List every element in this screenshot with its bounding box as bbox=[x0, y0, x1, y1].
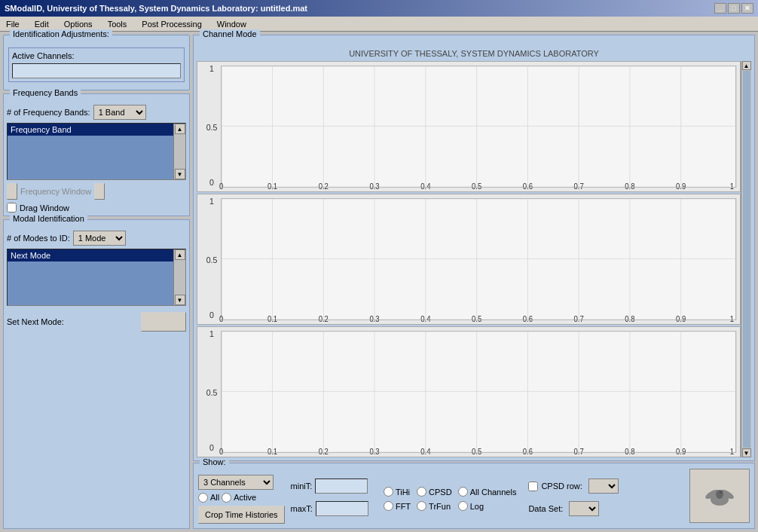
modal-id-title: Modal Identification bbox=[10, 214, 87, 223]
menu-options[interactable]: Options bbox=[61, 19, 96, 29]
menu-file[interactable]: File bbox=[3, 19, 23, 29]
charts-vscrollbar[interactable]: ▲ ▼ bbox=[741, 61, 751, 457]
svg-text:0: 0 bbox=[219, 447, 224, 455]
fft-label: FFT bbox=[396, 502, 411, 511]
scroll-up-btn2[interactable]: ▲ bbox=[175, 249, 185, 260]
scroll-up-btn[interactable]: ▲ bbox=[175, 124, 185, 134]
close-button[interactable]: ✕ bbox=[741, 3, 753, 14]
freq-band-list[interactable]: Frequency Band ▲ ▼ bbox=[7, 123, 186, 180]
svg-text:0.4: 0.4 bbox=[420, 447, 431, 455]
menu-tools[interactable]: Tools bbox=[105, 19, 130, 29]
menu-bar: File Edit Options Tools Post Processing … bbox=[0, 17, 758, 32]
modal-identification-box: Modal Identification # of Modes to ID: 1… bbox=[3, 219, 190, 529]
channel-mode-box: Channel Mode UNIVERSITY OF THESSALY, SYS… bbox=[193, 35, 755, 461]
freq-window-right-btn[interactable] bbox=[94, 183, 105, 200]
logo-area bbox=[689, 469, 750, 523]
drag-window-checkbox[interactable] bbox=[7, 203, 17, 212]
next-mode-scrollbar[interactable]: ▲ ▼ bbox=[173, 249, 185, 305]
svg-text:0.4: 0.4 bbox=[420, 182, 431, 190]
svg-text:0.5: 0.5 bbox=[472, 182, 482, 190]
svg-rect-4 bbox=[222, 66, 736, 188]
drag-window-row: Drag Window bbox=[7, 203, 186, 212]
chart-3: 1 0.5 0 0 0.1 0.2 0.3 0.4 0.5 0.6 0.7 bbox=[197, 326, 741, 457]
display-options-col3: All Channels Log bbox=[458, 487, 517, 511]
menu-postprocessing[interactable]: Post Processing bbox=[139, 19, 204, 29]
vscroll-down[interactable]: ▼ bbox=[742, 448, 751, 457]
svg-text:0: 0 bbox=[209, 443, 214, 452]
fft-radio[interactable] bbox=[384, 501, 393, 511]
tihi-radio[interactable] bbox=[384, 487, 393, 497]
tihi-label: TiHi bbox=[396, 488, 410, 497]
freq-band-item[interactable]: Frequency Band bbox=[8, 124, 185, 136]
svg-text:1: 1 bbox=[730, 447, 734, 455]
all-radio[interactable] bbox=[198, 493, 208, 503]
fft-row: FFT bbox=[384, 501, 411, 511]
minT-row: miniT: bbox=[291, 478, 368, 494]
svg-text:0: 0 bbox=[209, 310, 214, 320]
all-channels-radio[interactable] bbox=[458, 487, 468, 497]
window-title: SModalID, University of Thessaly, System… bbox=[5, 4, 307, 13]
frequency-bands-box: Frequency Bands # of Frequency Bands: 1 … bbox=[3, 93, 190, 216]
ident-adjustments-title: Identification Adjustments: bbox=[10, 29, 112, 38]
tihi-row: TiHi bbox=[384, 487, 411, 497]
next-mode-item[interactable]: Next Mode bbox=[8, 249, 185, 261]
cpsd-row-select[interactable] bbox=[588, 478, 619, 494]
vscroll-track bbox=[743, 71, 750, 448]
channels-select[interactable]: 3 Channels bbox=[198, 475, 274, 490]
log-label: Log bbox=[470, 502, 484, 511]
freq-band-scrollbar[interactable]: ▲ ▼ bbox=[173, 124, 185, 179]
menu-edit[interactable]: Edit bbox=[32, 19, 52, 29]
display-options-col2: CPSD TrFun bbox=[417, 487, 452, 511]
vscroll-up[interactable]: ▲ bbox=[742, 61, 751, 70]
num-freq-select[interactable]: 1 Band bbox=[93, 105, 146, 120]
cpsd-row-section: CPSD row: bbox=[528, 478, 618, 494]
cpsd-row: CPSD bbox=[417, 487, 452, 497]
chart-3-svg: 1 0.5 0 0 0.1 0.2 0.3 0.4 0.5 0.6 0.7 bbox=[197, 327, 740, 457]
active-channels-input[interactable] bbox=[12, 63, 181, 78]
svg-text:0: 0 bbox=[219, 182, 224, 190]
svg-text:0.5: 0.5 bbox=[472, 447, 482, 455]
minT-input[interactable] bbox=[315, 478, 368, 494]
cpsd-row-checkbox[interactable] bbox=[528, 482, 538, 491]
num-modes-select[interactable]: 1 Mode bbox=[73, 231, 126, 246]
maxT-row: maxT: bbox=[291, 501, 368, 516]
maximize-button[interactable]: □ bbox=[728, 3, 740, 14]
svg-text:1: 1 bbox=[730, 314, 734, 323]
log-radio[interactable] bbox=[458, 501, 468, 511]
cpsd-row-label: CPSD row: bbox=[541, 482, 582, 491]
menu-window[interactable]: Window bbox=[214, 19, 249, 29]
svg-text:0.5: 0.5 bbox=[472, 314, 482, 323]
freq-window-label: Frequency Window bbox=[20, 187, 91, 196]
data-set-select[interactable] bbox=[569, 501, 599, 516]
all-channels-label: All Channels bbox=[470, 488, 517, 497]
right-panel: Channel Mode UNIVERSITY OF THESSALY, SYS… bbox=[193, 35, 755, 529]
freq-band-list-container: Frequency Band ▲ ▼ bbox=[7, 123, 186, 180]
next-mode-list[interactable]: Next Mode ▲ ▼ bbox=[7, 249, 186, 306]
window-controls: _ □ ✕ bbox=[714, 3, 753, 14]
data-set-label: Data Set: bbox=[528, 504, 563, 513]
cpsd-dataset-section: CPSD row: Data Set: bbox=[528, 478, 618, 519]
freq-window-left-btn[interactable] bbox=[7, 183, 17, 200]
data-set-section: Data Set: bbox=[528, 501, 618, 516]
cpsd-radio[interactable] bbox=[417, 487, 426, 497]
next-mode-list-container: Next Mode ▲ ▼ bbox=[7, 249, 186, 306]
crop-time-btn[interactable]: Crop Time Histories bbox=[198, 506, 285, 524]
left-panel: Identification Adjustments: Active Chann… bbox=[3, 35, 190, 529]
set-next-mode-btn[interactable] bbox=[141, 312, 186, 332]
channels-section: 3 Channels All Active Crop Time Historie… bbox=[198, 475, 285, 524]
minimize-button[interactable]: _ bbox=[714, 3, 726, 14]
drag-window-label: Drag Window bbox=[20, 203, 69, 212]
active-radio[interactable] bbox=[222, 493, 231, 503]
svg-text:1: 1 bbox=[209, 197, 214, 206]
trfun-radio[interactable] bbox=[417, 501, 426, 511]
university-label: UNIVERSITY OF THESSALY, SYSTEM DYNAMICS … bbox=[197, 49, 751, 58]
maxT-label: maxT: bbox=[291, 504, 313, 513]
svg-text:1: 1 bbox=[209, 64, 214, 73]
time-range-section: miniT: maxT: bbox=[291, 478, 368, 519]
svg-text:0.4: 0.4 bbox=[420, 314, 431, 323]
scroll-down-btn2[interactable]: ▼ bbox=[175, 295, 185, 305]
scroll-down-btn[interactable]: ▼ bbox=[175, 169, 185, 179]
minT-label: miniT: bbox=[291, 482, 313, 491]
svg-rect-32 bbox=[222, 199, 736, 320]
maxT-input[interactable] bbox=[316, 501, 368, 516]
